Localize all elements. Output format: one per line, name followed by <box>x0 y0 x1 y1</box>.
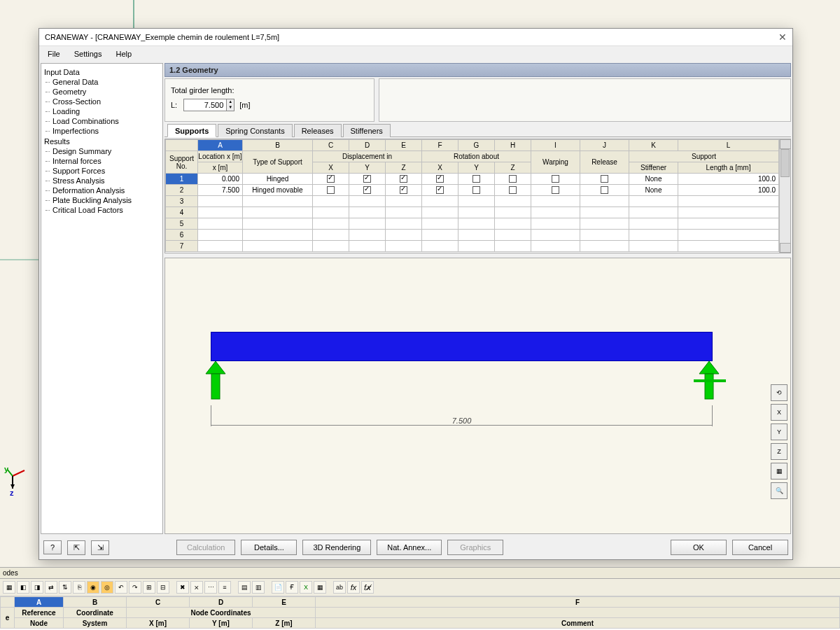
support-fixed-icon <box>202 361 230 405</box>
tb-icon[interactable]: ▥ <box>252 581 265 594</box>
tree-geometry[interactable]: Geometry <box>43 87 161 97</box>
tree-design-summary[interactable]: Design Summary <box>43 146 161 156</box>
scroll-down-icon[interactable]: ▼ <box>780 243 791 253</box>
tree-stress-analysis[interactable]: Stress Analysis <box>43 176 161 186</box>
close-icon[interactable]: ✕ <box>778 31 787 43</box>
calculation-button[interactable]: Calculation <box>176 540 235 555</box>
view-grid-button[interactable]: ▦ <box>771 463 788 479</box>
tree-loading[interactable]: Loading <box>43 106 161 116</box>
view-x-button[interactable]: X <box>771 404 788 421</box>
section-title: 1.2 Geometry <box>164 63 791 77</box>
view-zoom-button[interactable]: 🔍 <box>771 482 788 499</box>
tb-icon[interactable]: fx̸ <box>361 581 374 594</box>
bg-axis-icon: y z <box>7 455 28 490</box>
tb-icon[interactable]: ⎘ <box>73 581 85 594</box>
beam-shape <box>211 332 713 361</box>
view-z-button[interactable]: Z <box>771 443 788 460</box>
empty-param-box <box>379 78 791 122</box>
length-field[interactable] <box>184 101 226 109</box>
svg-marker-4 <box>206 361 225 374</box>
tree-cross-section[interactable]: Cross-Section <box>43 97 161 106</box>
bg-toolbar: ▦◧◨⇄⇅⎘◉◎↶↷⊞⊟✖⨯⋯≡▤▥📄ҒX▦abfxfx̸ <box>0 579 840 596</box>
scroll-thumb[interactable] <box>780 149 790 177</box>
tb-icon[interactable]: ◎ <box>101 581 113 594</box>
view-y-button[interactable]: Y <box>771 424 788 440</box>
bg-tab[interactable]: odes <box>0 568 840 579</box>
tb-icon[interactable]: ⋯ <box>204 581 217 594</box>
length-input[interactable]: ▲▼ <box>183 99 234 111</box>
tb-icon[interactable]: Ғ <box>286 581 298 594</box>
craneway-dialog: CRANEWAY - [CRANEWAY_Exemple chemin de r… <box>38 28 793 560</box>
details-button[interactable]: Details... <box>241 540 297 555</box>
tree-support-forces[interactable]: Support Forces <box>43 166 161 176</box>
L-label: L: <box>171 101 177 109</box>
support-roller-icon <box>694 361 729 405</box>
svg-rect-5 <box>211 374 220 399</box>
tb-icon[interactable]: ⇄ <box>45 581 57 594</box>
girder-length-box: Total girder length: L: ▲▼ [m] <box>164 78 374 122</box>
girder-length-label: Total girder length: <box>171 86 368 94</box>
tree-input-data[interactable]: Input Data <box>43 66 161 77</box>
tb-icon[interactable]: ab <box>333 581 346 594</box>
menu-help[interactable]: Help <box>110 48 137 59</box>
beam-preview: 7.500 ⟲ X Y Z ▦ 🔍 <box>164 258 791 534</box>
tb-icon[interactable]: ▤ <box>238 581 251 594</box>
tb-icon[interactable]: ◉ <box>87 581 99 594</box>
tb-icon[interactable]: fx <box>347 581 360 594</box>
tb-icon[interactable]: ⇅ <box>59 581 71 594</box>
tb-icon[interactable]: ↷ <box>129 581 141 594</box>
graphics-button[interactable]: Graphics <box>447 540 503 555</box>
export-button[interactable]: ⇱ <box>67 540 85 555</box>
grid-scrollbar[interactable]: ▲ ▼ <box>779 139 790 253</box>
tree-load-combinations[interactable]: Load Combinations <box>43 116 161 126</box>
tab-releases[interactable]: Releases <box>294 124 342 137</box>
svg-line-0 <box>13 470 24 476</box>
length-unit: [m] <box>239 101 250 109</box>
3d-rendering-button[interactable]: 3D Rendering <box>302 540 371 555</box>
view-buttons: ⟲ X Y Z ▦ 🔍 <box>771 384 788 499</box>
dimension-value: 7.500 <box>449 416 475 425</box>
tree-deformation-analysis[interactable]: Deformation Analysis <box>43 186 161 195</box>
menu-file[interactable]: File <box>42 48 66 59</box>
tree-plate-buckling[interactable]: Plate Buckling Analysis <box>43 195 161 205</box>
scroll-up-icon[interactable]: ▲ <box>780 139 791 149</box>
tab-spring-constants[interactable]: Spring Constants <box>218 124 292 137</box>
tb-icon[interactable]: ▦ <box>314 581 326 594</box>
tree-general-data[interactable]: General Data <box>43 77 161 87</box>
nav-tree: Input Data General Data Geometry Cross-S… <box>41 63 163 534</box>
tb-icon[interactable]: X <box>300 581 312 594</box>
tb-icon[interactable]: ⊟ <box>157 581 169 594</box>
tb-icon[interactable]: ◨ <box>31 581 43 594</box>
cancel-button[interactable]: Cancel <box>732 540 788 555</box>
import-button[interactable]: ⇲ <box>91 540 109 555</box>
tb-icon[interactable]: ≡ <box>218 581 231 594</box>
window-title: CRANEWAY - [CRANEWAY_Exemple chemin de r… <box>45 33 279 41</box>
tb-icon[interactable]: ⊞ <box>143 581 155 594</box>
button-row: ? ⇱ ⇲ Calculation Details... 3D Renderin… <box>39 536 792 559</box>
nat-annex-button[interactable]: Nat. Annex... <box>377 540 442 555</box>
help-button[interactable]: ? <box>43 540 62 554</box>
supports-grid[interactable]: ABCDEFGHIJKLSupport No.Location x [m]Typ… <box>164 139 791 253</box>
tab-supports[interactable]: Supports <box>167 124 216 137</box>
tree-internal-forces[interactable]: Internal forces <box>43 156 161 166</box>
view-iso-button[interactable]: ⟲ <box>771 384 788 401</box>
titlebar: CRANEWAY - [CRANEWAY_Exemple chemin de r… <box>39 29 792 46</box>
spin-down-icon[interactable]: ▼ <box>227 105 234 111</box>
tb-icon[interactable]: ↶ <box>115 581 127 594</box>
menu-settings[interactable]: Settings <box>69 48 108 59</box>
tree-imperfections[interactable]: Imperfections <box>43 126 161 136</box>
tb-icon[interactable]: ▦ <box>3 581 15 594</box>
tb-icon[interactable]: ⨯ <box>190 581 203 594</box>
svg-marker-6 <box>699 361 719 374</box>
tabs: Supports Spring Constants Releases Stiff… <box>164 123 791 137</box>
ok-button[interactable]: OK <box>671 540 727 555</box>
tb-icon[interactable]: ✖ <box>176 581 189 594</box>
bg-table[interactable]: ABCDEF eReferenceCoordinateNode Coordina… <box>0 596 840 629</box>
tab-stiffeners[interactable]: Stiffeners <box>343 124 391 137</box>
tb-icon[interactable]: 📄 <box>272 581 284 594</box>
tree-critical-load-factors[interactable]: Critical Load Factors <box>43 205 161 215</box>
spin-up-icon[interactable]: ▲ <box>227 99 234 105</box>
tb-icon[interactable]: ◧ <box>17 581 29 594</box>
tree-results[interactable]: Results <box>43 136 161 146</box>
background-spreadsheet: odes ▦◧◨⇄⇅⎘◉◎↶↷⊞⊟✖⨯⋯≡▤▥📄ҒX▦abfxfx̸ ABCDE… <box>0 567 840 630</box>
